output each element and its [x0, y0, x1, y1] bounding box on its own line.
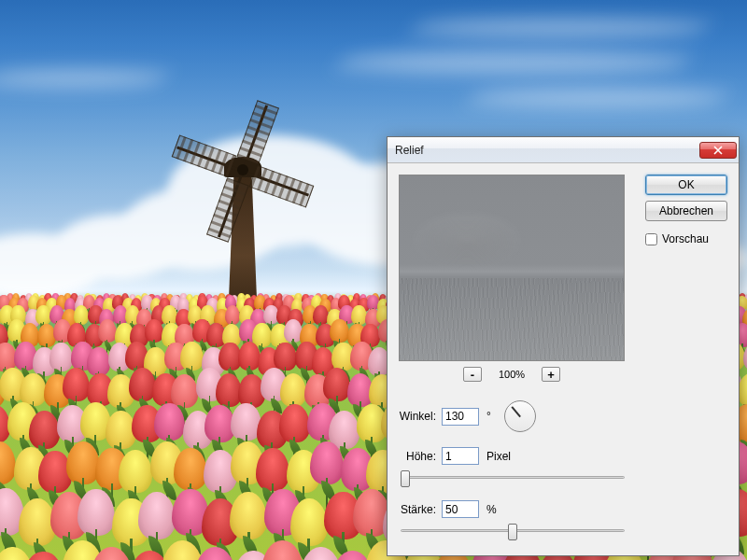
angle-unit: ° — [486, 410, 491, 423]
background-image: Relief - 100% + Winkel: ° — [0, 0, 747, 560]
dialog-title: Relief — [395, 144, 699, 157]
angle-dial[interactable] — [504, 400, 536, 432]
windmill — [187, 112, 299, 308]
close-icon — [713, 146, 723, 155]
preview-checkbox[interactable] — [645, 233, 657, 245]
height-label: Höhe: — [399, 450, 436, 463]
angle-input[interactable] — [442, 408, 479, 426]
zoom-value: 100% — [499, 369, 525, 380]
strength-label: Stärke: — [399, 503, 436, 516]
preview-box[interactable] — [399, 175, 625, 361]
height-unit: Pixel — [486, 450, 511, 463]
cancel-button[interactable]: Abbrechen — [645, 201, 727, 221]
angle-label: Winkel: — [399, 410, 436, 423]
preview-image — [400, 175, 624, 360]
zoom-out-button[interactable]: - — [463, 367, 482, 382]
preview-checkbox-label: Vorschau — [662, 232, 709, 245]
height-slider[interactable] — [401, 470, 625, 485]
angle-needle — [511, 407, 520, 418]
strength-input[interactable] — [442, 500, 479, 518]
strength-slider[interactable] — [401, 524, 625, 539]
zoom-in-button[interactable]: + — [542, 367, 560, 382]
ok-button[interactable]: OK — [645, 175, 727, 195]
relief-dialog: Relief - 100% + Winkel: ° — [387, 136, 740, 556]
height-input[interactable] — [442, 447, 479, 465]
close-button[interactable] — [699, 142, 737, 159]
strength-unit: % — [486, 503, 497, 516]
titlebar[interactable]: Relief — [388, 137, 739, 163]
